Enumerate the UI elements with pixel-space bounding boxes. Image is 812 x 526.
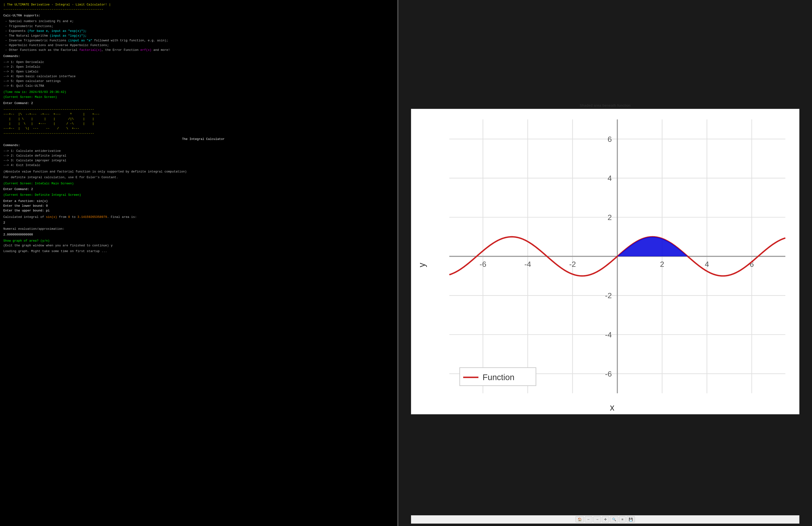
svg-text:2: 2 bbox=[660, 260, 664, 269]
toolbar-back-btn[interactable]: ← bbox=[585, 516, 592, 523]
title-separator: ----------------------------------------… bbox=[3, 7, 394, 12]
euler-note: For definite integral calculation, use E… bbox=[3, 175, 394, 180]
cmd-1: --> 1: Open DerivaCalc bbox=[3, 60, 394, 65]
feature-7: - Other Functions such as the Factorial … bbox=[3, 48, 394, 53]
integral-calc-title: The Integral Calculator bbox=[3, 137, 394, 142]
supports-header: Calc-ULTRA supports: bbox=[3, 13, 394, 18]
svg-text:-6: -6 bbox=[480, 260, 487, 269]
feature-4: - The Natural Logarithm (input as "log(x… bbox=[3, 33, 394, 38]
ascii-art-3: | | \ | +--- | / -\ | | bbox=[3, 122, 394, 126]
enter-command-1: Enter Command: 2 bbox=[3, 101, 394, 106]
cmd-2: --> 2: Open InteCalc bbox=[3, 65, 394, 69]
ascii-separator-top: ----------------------------------------… bbox=[3, 107, 394, 112]
enter-upper: Enter the upper bound: pi bbox=[3, 208, 394, 213]
current-screen-definte: (Current Screen: Definite Integral Scree… bbox=[3, 193, 394, 197]
svg-text:6: 6 bbox=[608, 135, 612, 143]
numeral-value: 2.00000000000000 bbox=[3, 232, 394, 237]
inte-cmd-2: --> 2: Calculate definite integral bbox=[3, 154, 394, 158]
enter-command-2: Enter Command: 2 bbox=[3, 187, 394, 192]
graph-toolbar: 🏠 ← → ✛ 🔍 ≡ 💾 bbox=[411, 515, 799, 524]
cmd-5: --> 5: Open calculator settings bbox=[3, 79, 394, 84]
inte-commands-label: Commands: bbox=[3, 143, 394, 148]
show-graph: Show graph of area? (y/n) bbox=[3, 239, 394, 243]
graph-title: Shaded area beneath function bbox=[580, 103, 630, 108]
loading: Loading graph. Might take some time on f… bbox=[3, 249, 394, 254]
commands-label: Commands: bbox=[3, 54, 394, 59]
enter-function: Enter a function: sin(x) bbox=[3, 199, 394, 203]
toolbar-save-btn[interactable]: 💾 bbox=[626, 516, 635, 523]
feature-2: - Trigonometric functions; bbox=[3, 24, 394, 29]
toolbar-home-btn[interactable]: 🏠 bbox=[576, 516, 584, 523]
y-axis-label: y bbox=[417, 263, 427, 267]
svg-marker-28 bbox=[617, 237, 687, 256]
terminal-panel: | The ULTIMATE Derivative - Integral - L… bbox=[0, 0, 397, 526]
time-now: (Time now is: 2024/03/03 20:36:42) bbox=[3, 90, 394, 95]
ascii-art-4: ---+-- | \| --- -- / \ +--- bbox=[3, 126, 394, 131]
svg-text:-2: -2 bbox=[605, 291, 612, 300]
inte-cmd-1: --> 1: Calculate antiderivative bbox=[3, 149, 394, 154]
toolbar-pan-btn[interactable]: ✛ bbox=[602, 516, 609, 523]
inte-cmd-4: --> 4: Exit InteCalc bbox=[3, 163, 394, 168]
calculated-line: Calculated integral of sin(x) from 0 to … bbox=[3, 215, 394, 219]
feature-3: - Exponents (for base e, input as "exp(x… bbox=[3, 29, 394, 33]
svg-text:-4: -4 bbox=[524, 260, 531, 269]
ascii-art-1: ---+-- |\ --+--- -+--- +--- ^ | +--- bbox=[3, 112, 394, 117]
toolbar-forward-btn[interactable]: → bbox=[593, 516, 601, 523]
cmd-4: --> 4: Open basic calculation interface bbox=[3, 74, 394, 79]
exit-note: (Exit the graph window when you are fini… bbox=[3, 243, 394, 248]
svg-text:Function: Function bbox=[482, 372, 514, 382]
graph-panel: Shaded area beneath function -6-6-4-4-2-… bbox=[398, 0, 812, 526]
toolbar-settings-btn[interactable]: ≡ bbox=[619, 516, 625, 523]
result: 2 bbox=[3, 221, 394, 225]
svg-text:4: 4 bbox=[705, 260, 709, 269]
svg-text:-2: -2 bbox=[569, 260, 576, 269]
svg-text:-6: -6 bbox=[605, 370, 612, 378]
current-screen-main: (Current Screen: Main Screen) bbox=[3, 95, 394, 100]
cmd-3: --> 3: Open LimCalc bbox=[3, 69, 394, 74]
feature-5: - Inverse Trigonometric Functions (input… bbox=[3, 38, 394, 43]
feature-1: - Special numbers including Pi and e; bbox=[3, 19, 394, 24]
svg-text:2: 2 bbox=[608, 213, 612, 222]
graph-container: Shaded area beneath function -6-6-4-4-2-… bbox=[401, 2, 810, 515]
feature-6: - Hyperbolic Functions and Inverse Hyper… bbox=[3, 43, 394, 48]
current-screen-inte: (Current Screen: InteCalc Main Screen) bbox=[3, 181, 394, 186]
app-title: | The ULTIMATE Derivative - Integral - L… bbox=[3, 2, 394, 7]
x-axis-label: x bbox=[610, 402, 614, 412]
chart-svg: -6-6-4-4-2-2224466 Function y x bbox=[411, 109, 799, 414]
ascii-separator-bot: ----------------------------------------… bbox=[3, 131, 394, 136]
toolbar-zoom-btn[interactable]: 🔍 bbox=[610, 516, 618, 523]
numeral-label: Numeral evaluation/approximation: bbox=[3, 227, 394, 231]
cmd-6: --> 6: Quit Calc-ULTRA bbox=[3, 84, 394, 88]
svg-text:-4: -4 bbox=[605, 330, 612, 339]
absolute-note: (Absolute value function and factorial f… bbox=[3, 169, 394, 174]
enter-lower: Enter the lower bound: 0 bbox=[3, 203, 394, 208]
inte-cmd-3: --> 3: Calculate improper integral bbox=[3, 158, 394, 163]
ascii-art-2: | | \ | | | /|\ | | bbox=[3, 117, 394, 122]
svg-text:4: 4 bbox=[608, 174, 612, 183]
